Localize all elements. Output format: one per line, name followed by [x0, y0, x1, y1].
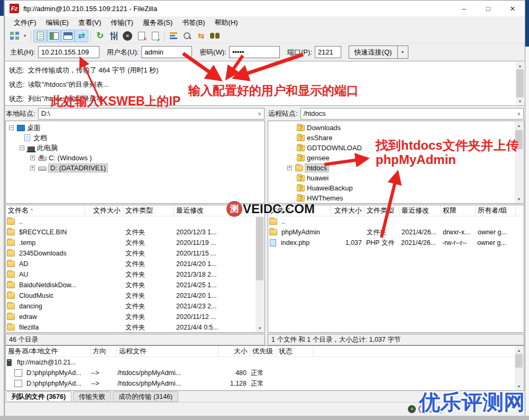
tree-item-desktop[interactable]: − 桌面: [6, 123, 264, 133]
maximize-button[interactable]: □: [476, 1, 500, 16]
password-input[interactable]: [229, 46, 280, 58]
host-input[interactable]: [38, 46, 99, 58]
remote-site-dropdown[interactable]: /htdocs ∨: [300, 108, 524, 120]
disconnect-icon[interactable]: ✕: [134, 30, 148, 42]
remote-tree-toggle-icon[interactable]: [61, 30, 75, 42]
tree-item[interactable]: ?gensee: [268, 153, 524, 163]
file-row[interactable]: index.php1,037PHP 文件2021/4/26...-rw-r--r…: [268, 238, 524, 248]
queue-header-server[interactable]: 服务器/本地文件: [6, 346, 90, 357]
queue-header-priority[interactable]: 优先级: [250, 346, 277, 357]
file-row[interactable]: 2345Downloads文件夹2020/11/15 ...: [6, 248, 264, 259]
tree-item[interactable]: ?Downloads: [268, 123, 524, 133]
tree-item[interactable]: ?esShare: [268, 133, 524, 143]
tree-item[interactable]: ?GDTDOWNLOAD: [268, 143, 524, 153]
column-header-owner[interactable]: 所有者/组: [476, 205, 516, 216]
queue-server-row[interactable]: ftp://maizh@10.21...: [6, 357, 524, 368]
menu-edit[interactable]: 编辑(E): [41, 17, 74, 29]
column-header-type[interactable]: 文件类型: [123, 205, 174, 216]
tab-queued-files[interactable]: 列队的文件 (3676): [6, 391, 71, 402]
queue-header-direction[interactable]: 方向: [90, 346, 117, 357]
menu-transfer[interactable]: 传输(T): [106, 17, 138, 29]
file-row[interactable]: $RECYCLE.BIN文件夹2020/12/3 1...: [6, 227, 264, 238]
collapse-icon[interactable]: −: [20, 145, 24, 150]
speed-limits-icon[interactable]: [418, 405, 426, 413]
folder-icon: [7, 271, 15, 278]
tab-successful-transfers[interactable]: 成功的传输 (3146): [113, 391, 178, 402]
message-log-toggle-icon[interactable]: [33, 30, 47, 42]
site-manager-icon[interactable]: [7, 30, 21, 42]
local-tree: − 桌面 文档 − 此电脑 + C: (Windows ): [5, 121, 265, 204]
local-list-scrollbar[interactable]: ▼: [256, 217, 264, 332]
file-row[interactable]: AD文件夹2021/4/20 1...: [6, 259, 264, 269]
question-folder-icon: ?: [297, 195, 305, 202]
quickconnect-dropdown-icon[interactable]: ▾: [398, 45, 408, 59]
tree-item[interactable]: ?huawei: [268, 173, 524, 183]
queue-row[interactable]: D:\php\phpMyAd...-->/htdocs/phpMyAdmi...…: [6, 378, 524, 389]
reconnect-icon[interactable]: ✓: [148, 30, 162, 42]
tree-item-documents[interactable]: 文档: [6, 133, 264, 143]
menu-file[interactable]: 文件(F): [9, 17, 41, 29]
file-row[interactable]: CloudMusic文件夹2021/4/20 1...: [6, 290, 264, 301]
collapse-icon[interactable]: −: [9, 125, 14, 130]
queue-processing-icon[interactable]: [408, 405, 416, 413]
column-header-type[interactable]: 文件类型: [364, 205, 399, 216]
close-button[interactable]: ✕: [500, 1, 525, 16]
tree-item-drive-d[interactable]: + D: (DATADRIVE1): [6, 163, 264, 173]
queue-row[interactable]: D:\php\phpMyAd...-->/htdocs/phpMyAdmi...…: [6, 368, 524, 378]
file-row[interactable]: filezilla文件夹2021/4/4 0:5...: [6, 322, 264, 333]
username-input[interactable]: [141, 46, 192, 58]
column-header-name[interactable]: 文件名 ^: [6, 205, 85, 216]
column-header-modified[interactable]: 最近修改: [174, 205, 253, 216]
tree-item[interactable]: ?HWThemes: [268, 193, 524, 203]
site-manager-dropdown-icon[interactable]: ▾: [21, 30, 29, 42]
file-row[interactable]: phpMyAdmin文件夹2021/4/26...drwxr-x...owner…: [268, 227, 524, 238]
expand-icon[interactable]: +: [30, 156, 35, 160]
queue-header-size[interactable]: 大小: [218, 346, 250, 357]
process-queue-icon[interactable]: [107, 30, 121, 42]
menu-bookmarks[interactable]: 书签(B): [177, 17, 209, 29]
tab-failed-transfers[interactable]: 传输失败: [73, 391, 111, 402]
quickconnect-button[interactable]: 快速连接(Q): [349, 45, 398, 59]
queue-scrollbar[interactable]: ▲ ▼: [515, 346, 523, 390]
transfer-queue-toggle-icon[interactable]: ⇄: [75, 30, 88, 42]
local-pane: 本地站点: D:\ ∨ − 桌面 文档 −: [5, 107, 265, 345]
synchronized-browsing-icon[interactable]: ⇆: [194, 30, 208, 42]
queue-header-status[interactable]: 状态: [277, 346, 314, 357]
directory-comparison-icon[interactable]: [167, 30, 180, 42]
menu-server[interactable]: 服务器(S): [138, 17, 177, 29]
tree-item-drive-c[interactable]: + C: (Windows ): [6, 153, 264, 163]
local-file-list: 文件名 ^ 文件大小 文件类型 最近修改 .. $RECYCLE.BIN文件夹2…: [5, 205, 265, 333]
expand-icon[interactable]: +: [287, 166, 292, 170]
log-scrollbar[interactable]: ▲ ▼: [516, 62, 524, 105]
file-row[interactable]: AU文件夹2021/3/18 2...: [6, 269, 264, 280]
column-header-modified[interactable]: 最近修改: [399, 205, 441, 216]
tree-item[interactable]: ?HuaweiBackup: [268, 183, 524, 193]
file-row[interactable]: ..: [268, 216, 524, 227]
file-row[interactable]: BaiduNetdiskDow...文件夹2021/4/25 1...: [6, 280, 264, 290]
column-header-perms[interactable]: 权限: [441, 205, 476, 216]
tree-item-htdocs[interactable]: +htdocs: [268, 163, 524, 173]
column-header-size[interactable]: 文件大小: [85, 205, 123, 216]
local-tree-toggle-icon[interactable]: [47, 30, 61, 42]
column-header-name[interactable]: 文件名: [268, 205, 331, 216]
cancel-operation-icon[interactable]: ✕: [121, 30, 134, 42]
column-header-size[interactable]: 文件大小: [331, 205, 364, 216]
file-row[interactable]: edraw文件夹2020/11/12 ...: [6, 312, 264, 322]
remote-tree-scrollbar[interactable]: ▲ ▼: [515, 122, 523, 203]
local-site-dropdown[interactable]: D:\ ∨: [38, 108, 264, 120]
refresh-icon[interactable]: ↻: [93, 30, 107, 42]
file-row[interactable]: dancing文件夹2021/4/23 2...: [6, 301, 264, 312]
menu-view[interactable]: 查看(V): [74, 17, 106, 29]
background-window-left-sliver: [0, 0, 4, 416]
question-folder-icon: ?: [297, 125, 305, 131]
file-row[interactable]: .temp文件夹2020/11/19 ...: [6, 238, 264, 248]
filter-search-icon[interactable]: [180, 30, 194, 42]
minimize-button[interactable]: –: [452, 1, 476, 16]
queue-header-remote[interactable]: 远程文件: [117, 346, 218, 357]
port-input[interactable]: [315, 46, 341, 58]
tree-item-this-pc[interactable]: − 此电脑: [6, 143, 264, 153]
find-files-icon[interactable]: [208, 30, 222, 42]
expand-icon[interactable]: +: [30, 166, 35, 170]
file-row[interactable]: ..: [6, 216, 264, 227]
menu-help[interactable]: 帮助(H): [210, 17, 243, 29]
